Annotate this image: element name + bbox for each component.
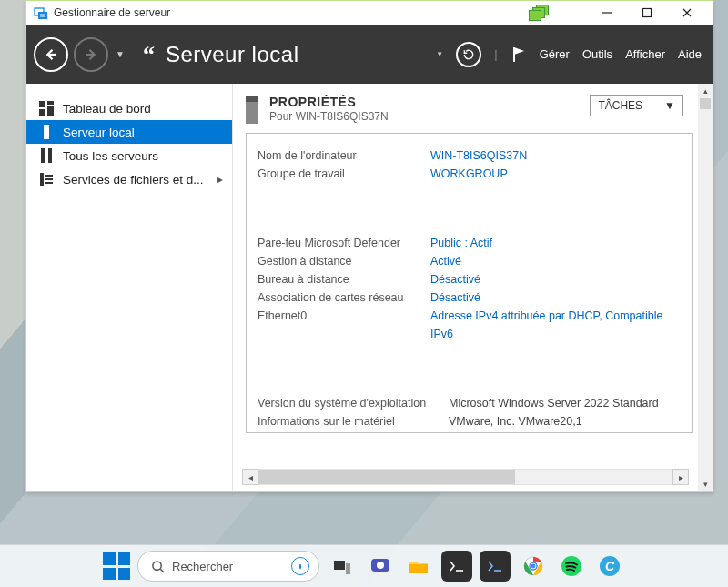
svg-rect-3 — [39, 101, 46, 107]
prop-lbl-hw-info: Informations sur le matériel — [258, 412, 449, 430]
svg-rect-16 — [346, 563, 350, 574]
sidebar: Tableau de bord Serveur local Tous les s… — [26, 84, 233, 491]
content: PROPRIÉTÉS Pour WIN-T8IS6QIS37N TÂCHES ▼… — [233, 84, 713, 491]
svg-rect-12 — [46, 178, 53, 180]
properties-panel: Nom de l'ordinateurWIN-T8IS6QIS37N Group… — [246, 133, 693, 433]
prop-lbl-computer-name: Nom de l'ordinateur — [258, 147, 430, 165]
titlebar: Gestionnaire de serveur — [26, 1, 713, 25]
page-title: Serveur local — [166, 42, 299, 67]
chat-icon[interactable] — [291, 557, 309, 575]
svg-rect-4 — [47, 101, 54, 105]
search-placeholder: Rechercher — [172, 560, 233, 573]
prop-lbl-remote-mgmt: Gestion à distance — [258, 252, 430, 270]
server-manager-window: Gestionnaire de serveur ▼ — [25, 0, 713, 492]
prop-lbl-nic-teaming: Association de cartes réseau — [258, 288, 430, 307]
sidebar-item-label: Tous les serveurs — [63, 149, 158, 163]
sidebar-item-all-servers[interactable]: Tous les serveurs — [26, 144, 232, 167]
server-icon — [39, 125, 54, 139]
taskbar-terminal2-icon[interactable] — [480, 551, 511, 582]
svg-rect-11 — [46, 175, 53, 177]
svg-rect-15 — [334, 561, 345, 570]
separator: | — [494, 47, 497, 61]
notifications-flag-icon[interactable] — [511, 46, 527, 64]
breadcrumb-dropdown-icon[interactable]: ▼ — [436, 50, 443, 58]
app-icon — [34, 5, 48, 20]
taskbar-search[interactable]: Rechercher — [137, 551, 319, 582]
svg-text:C: C — [605, 559, 615, 573]
svg-rect-7 — [44, 125, 49, 139]
prop-val-computer-name[interactable]: WIN-T8IS6QIS37N — [430, 147, 527, 165]
panel-title: PROPRIÉTÉS — [269, 95, 389, 109]
prop-lbl-ethernet: Ethernet0 — [258, 307, 430, 343]
prop-val-nic-teaming[interactable]: Désactivé — [430, 288, 480, 307]
properties-glyph-icon — [246, 96, 258, 124]
header: ▼ “ Serveur local ▼ | Gérer Outils Affic… — [26, 25, 713, 84]
sidebar-item-file-services[interactable]: Services de fichiers et d... ▸ — [26, 167, 232, 191]
menu-view[interactable]: Afficher — [625, 47, 665, 61]
tasks-dropdown-button[interactable]: TÂCHES ▼ — [590, 95, 683, 116]
svg-rect-8 — [41, 148, 45, 163]
sidebar-item-dashboard[interactable]: Tableau de bord — [26, 96, 232, 120]
taskbar-chrome-icon[interactable] — [518, 551, 549, 582]
svg-rect-9 — [48, 148, 52, 163]
window-title: Gestionnaire de serveur — [54, 6, 170, 19]
taskbar-teams-icon[interactable] — [365, 551, 396, 582]
svg-rect-5 — [47, 106, 54, 116]
svg-point-24 — [531, 564, 536, 569]
taskbar-explorer-icon[interactable] — [403, 551, 434, 582]
search-icon — [151, 560, 165, 573]
svg-point-14 — [153, 561, 161, 569]
sidebar-item-label: Services de fichiers et d... — [63, 173, 204, 187]
prop-val-firewall[interactable]: Public : Actif — [430, 234, 492, 252]
prop-val-ethernet[interactable]: Adresse IPv4 attribuée par DHCP, Compati… — [430, 307, 681, 343]
history-dropdown-icon[interactable]: ▼ — [116, 49, 125, 59]
prop-lbl-workgroup: Groupe de travail — [258, 165, 430, 183]
menu-tools[interactable]: Outils — [582, 47, 612, 61]
scroll-down-arrow-icon[interactable]: ▾ — [698, 477, 713, 491]
prop-val-os-version: Microsoft Windows Server 2022 Standard — [449, 394, 659, 412]
scroll-up-arrow-icon[interactable]: ▴ — [698, 84, 713, 98]
forward-button[interactable] — [74, 37, 108, 72]
taskbar-spotify-icon[interactable] — [556, 551, 587, 582]
back-button[interactable] — [34, 37, 68, 72]
scroll-right-arrow-icon[interactable]: ▸ — [672, 469, 689, 485]
scroll-left-arrow-icon[interactable]: ◂ — [242, 469, 258, 485]
taskbar-taskview-icon[interactable] — [327, 551, 358, 582]
svg-rect-10 — [40, 173, 44, 186]
vertical-scrollbar[interactable]: ▴ ▾ — [698, 84, 713, 491]
sidebar-item-label: Serveur local — [63, 126, 135, 139]
minimize-button[interactable] — [587, 2, 627, 24]
svg-rect-13 — [46, 182, 53, 184]
panel-subtitle: Pour WIN-T8IS6QIS37N — [269, 110, 389, 123]
sidebar-item-label: Tableau de bord — [63, 102, 151, 116]
prop-lbl-remote-desktop: Bureau à distance — [258, 270, 430, 288]
caret-down-icon: ▼ — [664, 99, 675, 112]
menu-help[interactable]: Aide — [678, 47, 702, 61]
breadcrumb-quote-icon: “ — [143, 41, 155, 68]
dashboard-icon — [39, 101, 54, 116]
maximize-button[interactable] — [627, 2, 667, 24]
start-button[interactable] — [103, 552, 130, 580]
file-services-icon — [39, 172, 54, 187]
tasks-label: TÂCHES — [598, 99, 642, 112]
prop-val-workgroup[interactable]: WORKGROUP — [430, 165, 508, 183]
horizontal-scrollbar[interactable]: ◂ ▸ — [242, 470, 689, 484]
refresh-button[interactable] — [456, 42, 481, 67]
taskbar-terminal1-icon[interactable] — [441, 551, 472, 582]
prop-lbl-os-version: Version du système d'exploitation — [258, 394, 449, 412]
prop-val-hw-info: VMware, Inc. VMware20,1 — [449, 412, 582, 430]
prop-val-remote-desktop[interactable]: Désactivé — [430, 270, 480, 288]
menu-manage[interactable]: Gérer — [540, 47, 570, 61]
cascade-windows-icon[interactable] — [529, 5, 551, 21]
svg-rect-6 — [39, 109, 46, 116]
servers-icon — [39, 148, 54, 163]
prop-lbl-firewall: Pare-feu Microsoft Defender — [258, 234, 430, 252]
taskbar-c-app-icon[interactable]: C — [594, 551, 625, 582]
sidebar-item-local-server[interactable]: Serveur local — [26, 120, 232, 144]
close-button[interactable] — [667, 2, 707, 24]
svg-rect-2 — [643, 9, 652, 17]
svg-rect-19 — [410, 564, 428, 573]
svg-rect-1 — [38, 12, 47, 19]
prop-val-remote-mgmt[interactable]: Activé — [430, 252, 461, 270]
taskbar: Rechercher C — [0, 544, 728, 587]
